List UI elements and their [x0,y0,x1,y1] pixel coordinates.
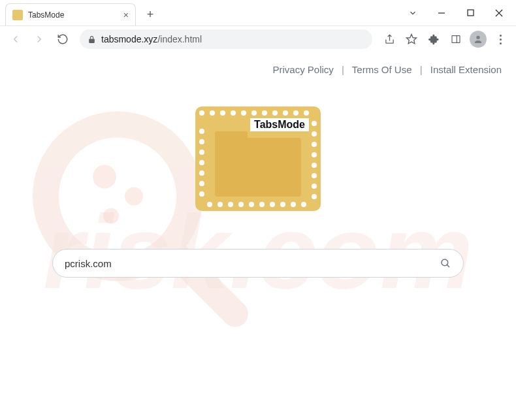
svg-point-15 [442,259,448,266]
extensions-icon[interactable] [423,29,444,50]
chevron-down-icon[interactable] [398,3,427,24]
tab-favicon [12,10,23,20]
profile-avatar[interactable] [468,29,489,50]
back-button[interactable] [5,29,26,50]
search-box[interactable] [52,249,464,278]
search-icon[interactable] [440,257,451,269]
menu-button[interactable] [490,29,511,50]
minimize-button[interactable] [427,3,456,24]
svg-rect-12 [452,36,460,43]
tab-title: TabsMode [28,10,64,20]
svg-point-14 [476,36,479,39]
star-icon[interactable] [401,29,422,50]
install-extension-link[interactable]: Install Extension [430,64,502,75]
browser-tab[interactable]: TabsMode × [5,3,136,25]
svg-marker-11 [407,35,417,44]
privacy-policy-link[interactable]: Privacy Policy [272,64,333,75]
logo-label: TabsMode [250,118,309,131]
page-content: Privacy Policy | Terms Of Use | Install … [0,52,516,420]
window-controls [398,0,516,25]
side-panel-icon[interactable] [445,29,466,50]
logo-folder-icon [215,138,301,197]
logo: TabsMode [195,106,321,211]
separator: | [342,64,344,75]
url-text: tabsmode.xyz/index.html [101,34,202,44]
address-bar[interactable]: tabsmode.xyz/index.html [80,29,372,49]
svg-line-16 [447,265,449,267]
browser-toolbar: tabsmode.xyz/index.html [0,26,516,52]
lock-icon [88,35,96,44]
svg-rect-7 [468,10,474,16]
terms-of-use-link[interactable]: Terms Of Use [352,64,412,75]
search-input[interactable] [65,258,440,269]
close-window-button[interactable] [485,3,513,24]
reload-button[interactable] [52,29,73,50]
forward-button[interactable] [29,29,50,50]
close-tab-icon[interactable]: × [123,10,129,20]
share-icon[interactable] [379,29,400,50]
new-tab-button[interactable]: + [141,5,159,24]
header-links: Privacy Policy | Terms Of Use | Install … [0,52,516,75]
browser-title-bar: TabsMode × + [0,0,516,26]
separator: | [420,64,423,75]
maximize-button[interactable] [456,3,485,24]
